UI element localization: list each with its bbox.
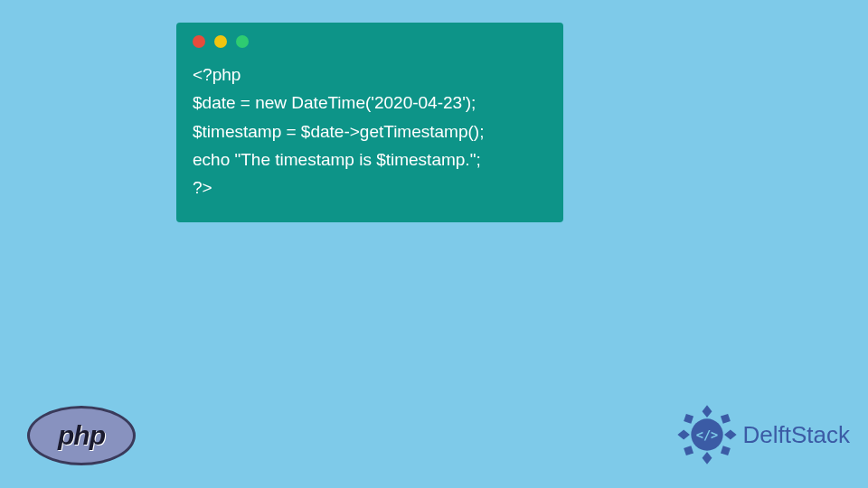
svg-marker-3 bbox=[724, 430, 737, 440]
code-line-1: <?php bbox=[193, 65, 241, 84]
code-window: <?php $date = new DateTime('2020-04-23')… bbox=[176, 23, 563, 222]
code-line-2: $date = new DateTime('2020-04-23'); bbox=[193, 93, 476, 112]
code-line-3: $timestamp = $date->getTimestamp(); bbox=[193, 122, 484, 141]
svg-marker-5 bbox=[720, 414, 730, 424]
svg-marker-0 bbox=[702, 405, 712, 418]
svg-marker-4 bbox=[684, 414, 693, 424]
svg-marker-6 bbox=[684, 446, 693, 455]
code-line-4: echo "The timestamp is $timestamp."; bbox=[193, 150, 481, 169]
window-traffic-lights bbox=[193, 35, 547, 48]
php-logo: php bbox=[27, 406, 136, 465]
delftstack-text: DelftStack bbox=[743, 421, 851, 449]
code-line-5: ?> bbox=[193, 178, 212, 197]
traffic-yellow-icon bbox=[214, 35, 227, 48]
code-block: <?php $date = new DateTime('2020-04-23')… bbox=[193, 61, 547, 202]
delftstack-logo: </> DelftStack bbox=[676, 404, 851, 465]
svg-marker-1 bbox=[702, 452, 712, 465]
traffic-green-icon bbox=[236, 35, 249, 48]
traffic-red-icon bbox=[193, 35, 205, 48]
delftstack-badge-icon: </> bbox=[676, 404, 738, 465]
svg-text:</>: </> bbox=[695, 427, 718, 442]
php-logo-text: php bbox=[58, 420, 105, 451]
svg-marker-2 bbox=[677, 430, 690, 440]
svg-marker-7 bbox=[720, 446, 730, 455]
